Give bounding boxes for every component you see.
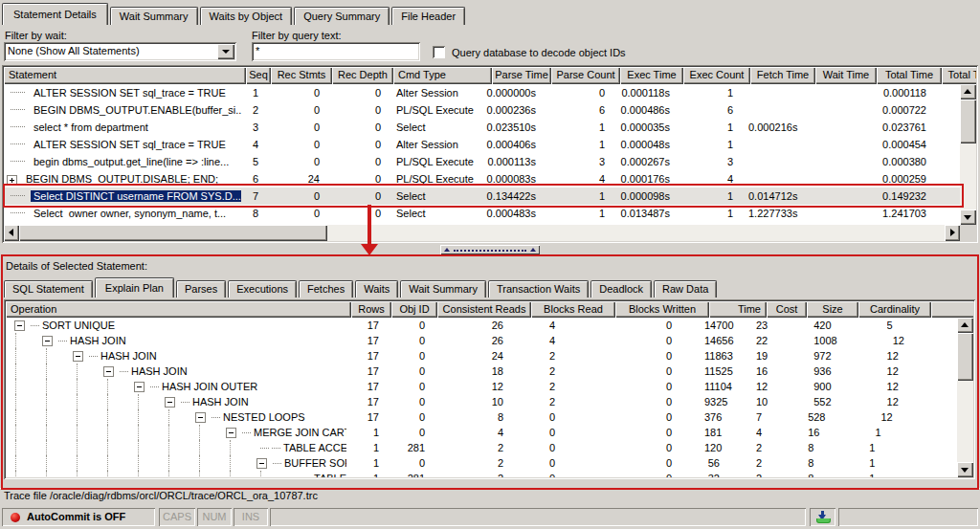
- plan-row[interactable]: TABLE ACCESS FULL PROFILE$128120032281: [6, 471, 973, 477]
- column-header-cmd-type[interactable]: Cmd Type: [393, 67, 492, 84]
- collapse-minus-icon[interactable]: [73, 351, 83, 362]
- column-header-parse-time[interactable]: Parse Time: [492, 67, 551, 84]
- collapse-minus-icon[interactable]: [165, 397, 175, 408]
- column-header-exec-time[interactable]: Exec Time: [620, 67, 683, 84]
- statement-row[interactable]: Select owner owner, synonym_name, t...80…: [4, 205, 976, 222]
- column-header-fetch-time[interactable]: Fetch Time: [750, 67, 815, 84]
- tree-guide: [46, 364, 67, 379]
- tab-waits-by-object[interactable]: Waits by Object: [200, 7, 293, 25]
- plan-row[interactable]: HASH JOIN17026401465622100812: [6, 333, 973, 348]
- statement-cell: 4: [542, 170, 611, 187]
- plan-row[interactable]: HASH JOIN170102093251055212: [6, 394, 973, 409]
- statement-row[interactable]: Select DISTINCT username FROM SYS.D...70…: [4, 187, 976, 205]
- statement-cell: 7: [241, 187, 266, 205]
- plan-cell: 0: [611, 333, 704, 348]
- plan-row[interactable]: NESTED LOOPS170800376752812: [6, 409, 973, 425]
- column-header-parse-count[interactable]: Parse Count: [551, 67, 620, 84]
- column-header-statement[interactable]: Statement: [4, 67, 246, 84]
- statement-row[interactable]: ALTER SESSION SET sql_trace = TRUE100Alt…: [4, 84, 976, 101]
- wait-filter-select[interactable]: None (Show All Statements): [4, 42, 236, 61]
- column-header-seq[interactable]: Seq: [246, 67, 271, 84]
- plan-column-header-obj-id[interactable]: Obj ID: [391, 301, 437, 318]
- plan-cell: BUFFER SORT: [6, 455, 346, 471]
- statement-cell: 0: [266, 205, 327, 222]
- collapse-minus-icon[interactable]: [42, 336, 53, 346]
- statement-row[interactable]: begin dbms_output.get_line(line => :line…: [4, 153, 976, 170]
- statement-row[interactable]: ALTER SESSION SET sql_trace = TRUE400Alt…: [4, 136, 976, 153]
- tab-query-summary[interactable]: Query Summary: [294, 7, 390, 25]
- statements-hscrollbar-thumb[interactable]: [19, 225, 327, 241]
- statements-vscrollbar-thumb[interactable]: [960, 99, 976, 143]
- plan-column-header-time[interactable]: Time: [709, 301, 767, 318]
- column-header-exec-count[interactable]: Exec Count: [683, 67, 750, 84]
- statement-row[interactable]: select * from department300Select0.02351…: [4, 119, 976, 136]
- wait-filter-dropdown-button[interactable]: [217, 44, 234, 59]
- statement-row[interactable]: BEGIN DBMS_OUTPUT.ENABLE(buffer_si...200…: [4, 101, 976, 119]
- query-filter-input[interactable]: *: [252, 42, 420, 61]
- plan-column-header-size[interactable]: Size: [807, 301, 858, 318]
- plan-vscrollbar-thumb[interactable]: [957, 333, 973, 381]
- plan-column-header-cardinality[interactable]: Cardinality: [858, 301, 931, 318]
- plan-column-header-blocks-read[interactable]: Blocks Read: [531, 301, 615, 318]
- statements-hscroll-right-button[interactable]: [945, 225, 960, 241]
- tree-guide: [138, 471, 159, 477]
- splitter-collapse-button[interactable]: [440, 245, 540, 254]
- plan-column-header-consistent-reads[interactable]: Consistent Reads: [437, 301, 531, 318]
- details-tab-raw-data[interactable]: Raw Data: [654, 280, 717, 298]
- statements-hscroll-left-button[interactable]: [4, 225, 19, 241]
- column-header-wait-time[interactable]: Wait Time: [815, 67, 877, 84]
- plan-vscroll-up-button[interactable]: [957, 318, 973, 333]
- tree-guide: [107, 471, 128, 477]
- tree-leaf-icon: [260, 448, 269, 455]
- column-header-total-t[interactable]: Total T: [942, 67, 976, 84]
- plan-cell: 17: [346, 409, 387, 425]
- plan-cell: 0: [611, 394, 704, 409]
- plan-cell: 0: [526, 471, 611, 477]
- plan-column-header-rows[interactable]: Rows: [351, 301, 391, 318]
- collapse-minus-icon[interactable]: [134, 382, 145, 392]
- plan-row[interactable]: MERGE JOIN CARTESIAN104001814161: [6, 425, 973, 440]
- column-header-rec-depth[interactable]: Rec Depth: [332, 67, 393, 84]
- tree-guide: [15, 333, 36, 348]
- details-tab-sql-statement[interactable]: SQL Statement: [4, 280, 93, 298]
- collapse-minus-icon[interactable]: [226, 428, 236, 438]
- plan-column-header-cost[interactable]: Cost: [767, 301, 807, 318]
- decode-object-ids-checkbox[interactable]: [433, 46, 445, 58]
- details-tab-parses[interactable]: Parses: [176, 280, 226, 298]
- plan-row[interactable]: HASH JOIN1702420118631997212: [6, 348, 973, 364]
- plan-row[interactable]: BUFFER SORT1020056281: [6, 455, 973, 471]
- plan-vscroll-down-button[interactable]: [957, 462, 973, 477]
- column-header-total-time[interactable]: Total Time: [877, 67, 942, 84]
- expand-plus-icon[interactable]: [7, 175, 17, 186]
- tab-wait-summary[interactable]: Wait Summary: [110, 7, 198, 25]
- plan-column-header-blocks-written[interactable]: Blocks Written: [615, 301, 709, 318]
- column-header-rec-stmts[interactable]: Rec Stmts: [271, 67, 332, 84]
- plan-row[interactable]: SORT UNIQUE170264014700234205: [6, 318, 973, 333]
- statement-cell: 0: [327, 119, 389, 136]
- tab-file-header[interactable]: File Header: [391, 7, 465, 25]
- details-tab-fetches[interactable]: Fetches: [299, 280, 353, 298]
- details-tab-waits[interactable]: Waits: [355, 280, 398, 298]
- plan-cell: 1: [869, 455, 951, 471]
- statement-row[interactable]: BEGIN DBMS_OUTPUT.DISABLE; END;6240PL/SQ…: [4, 170, 976, 187]
- details-tab-explain-plan[interactable]: Explain Plan: [95, 277, 174, 298]
- collapse-minus-icon[interactable]: [14, 320, 25, 331]
- save-status-panel[interactable]: [810, 508, 835, 526]
- statements-vscroll-down-button[interactable]: [960, 209, 976, 225]
- details-tab-transaction-waits[interactable]: Transaction Waits: [488, 280, 589, 298]
- plan-row[interactable]: HASH JOIN1701820115251693612: [6, 364, 973, 379]
- plan-row[interactable]: HASH JOIN OUTER1701220111041290012: [6, 379, 973, 394]
- plan-row[interactable]: TABLE ACCESS FULL PROFILE$1281200120281: [6, 440, 973, 455]
- collapse-minus-icon[interactable]: [256, 458, 267, 469]
- details-tab-deadlock[interactable]: Deadlock: [590, 280, 652, 298]
- tree-guide: [15, 409, 36, 425]
- collapse-minus-icon[interactable]: [103, 366, 114, 377]
- details-tab-executions[interactable]: Executions: [228, 280, 297, 298]
- statement-cell: 0.000000s: [482, 84, 542, 101]
- details-tab-wait-summary[interactable]: Wait Summary: [400, 280, 486, 298]
- statement-cell: [741, 101, 806, 119]
- statements-vscroll-up-button[interactable]: [960, 84, 976, 99]
- tab-statement-details[interactable]: Statement Details: [2, 3, 108, 25]
- collapse-minus-icon[interactable]: [195, 412, 206, 423]
- plan-column-header-operation[interactable]: Operation: [6, 301, 351, 318]
